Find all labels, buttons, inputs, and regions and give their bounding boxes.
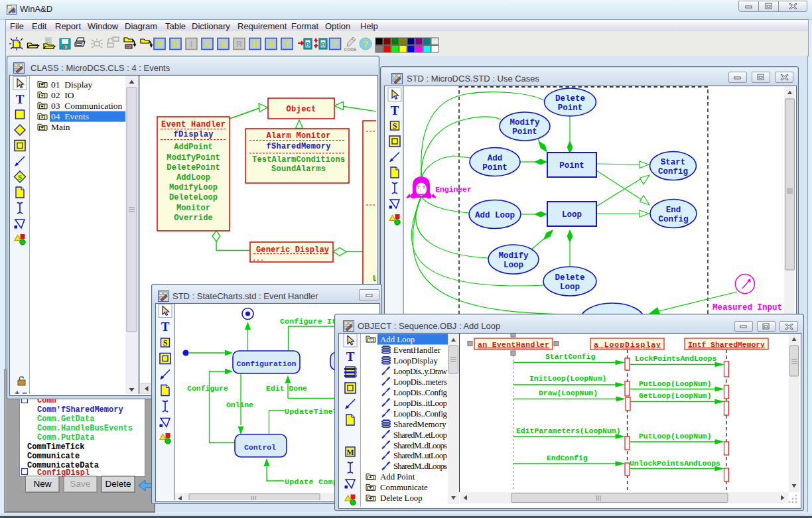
svg-text:LoopDis..meters: LoopDis..meters [393, 377, 447, 387]
svg-text:SharedMemory: SharedMemory [393, 420, 446, 429]
svg-text:S: S [163, 338, 168, 348]
svg-text:Control: Control [244, 443, 276, 452]
svg-text:T: T [285, 40, 290, 49]
svg-text:LoopDis..Config: LoopDis..Config [393, 388, 448, 397]
svg-text:Point: Point [558, 103, 583, 113]
svg-text:Point: Point [559, 161, 584, 170]
svg-text:Draw(LoopNum): Draw(LoopNum) [539, 389, 598, 397]
svg-text:D: D [172, 40, 178, 49]
svg-text:?: ? [332, 40, 337, 49]
svg-text:Comm.GetData: Comm.GetData [37, 415, 94, 424]
svg-text:Configure It: Configure It [280, 317, 336, 326]
svg-text:+: + [369, 495, 372, 501]
svg-text:+: + [369, 474, 372, 480]
svg-text:Add Loop: Add Loop [475, 211, 515, 220]
svg-text:Monitor: Monitor [176, 204, 210, 213]
svg-text:CommTimeTick: CommTimeTick [27, 442, 84, 452]
svg-text:T: T [161, 320, 170, 334]
svg-text:LoopDisplay: LoopDisplay [393, 356, 438, 365]
svg-text:LoopDis..itLoop: LoopDis..itLoop [393, 399, 447, 408]
svg-text:UpdateTimeT: UpdateTimeT [285, 407, 338, 416]
svg-text:Engineer: Engineer [435, 185, 472, 194]
svg-text:01 Display: 01 Display [51, 80, 92, 90]
svg-text:GetLoop(LoopNum): GetLoop(LoopNum) [639, 391, 712, 400]
svg-text:Intf SharedMemory: Intf SharedMemory [688, 340, 765, 349]
svg-text:SharedM..dLoops: SharedM..dLoops [393, 462, 447, 471]
svg-text:PutLoop(LoopNum): PutLoop(LoopNum) [639, 379, 712, 388]
svg-text:N: N [268, 40, 274, 49]
svg-text:Add Loop: Add Loop [380, 335, 415, 344]
svg-text:AddPoint: AddPoint [174, 143, 212, 152]
svg-text:B: B [321, 41, 326, 48]
svg-text:Comm.HandleBusEvents: Comm.HandleBusEvents [37, 424, 133, 433]
svg-text:P: P [157, 40, 162, 49]
svg-text:LoopDis..Config: LoopDis..Config [393, 409, 448, 419]
svg-text:T: T [391, 103, 399, 117]
svg-text:02 IO: 02 IO [51, 90, 74, 100]
svg-text:LockPointsAndLoops: LockPointsAndLoops [635, 354, 716, 363]
svg-text:Loop: Loop [560, 283, 580, 292]
svg-text:T: T [16, 92, 25, 106]
svg-text:Point: Point [512, 127, 537, 137]
svg-text:Update Comp: Update Comp [285, 478, 338, 486]
svg-text:UnlockPointsAndLoops: UnlockPointsAndLoops [630, 459, 720, 468]
svg-text:EndConfig: EndConfig [547, 454, 588, 462]
svg-text:Comm.PutData: Comm.PutData [37, 433, 94, 442]
svg-text:EventHandler: EventHandler [393, 346, 441, 355]
svg-text:Main: Main [51, 122, 70, 132]
svg-text:fSharedMemory: fSharedMemory [267, 142, 331, 151]
svg-text:S: S [220, 40, 226, 49]
svg-text:Delete: Delete [105, 479, 131, 489]
svg-text:TestAlarmConditions: TestAlarmConditions [252, 155, 345, 164]
svg-text:+ −: + − [15, 388, 27, 394]
svg-text:Modify: Modify [509, 118, 540, 127]
svg-text:B: B [306, 41, 310, 48]
svg-text:Event Handler: Event Handler [161, 120, 226, 129]
svg-text:Override: Override [174, 214, 212, 223]
svg-text:Config: Config [658, 215, 688, 224]
svg-text:Communicate: Communicate [27, 452, 80, 461]
svg-text:New: New [33, 479, 51, 489]
svg-text:Generic Display: Generic Display [256, 245, 329, 255]
svg-text:Add Point: Add Point [380, 472, 415, 482]
svg-text:+: + [40, 103, 44, 109]
svg-text:H: H [252, 40, 258, 49]
svg-text:Ur: Ur [373, 275, 376, 284]
svg-text:Point: Point [482, 163, 508, 172]
svg-text:SharedM..dLoops: SharedM..dLoops [393, 441, 447, 450]
svg-text:Object: Object [287, 105, 316, 114]
svg-text:DeletePoint: DeletePoint [167, 163, 220, 172]
svg-text:ModifyLoop: ModifyLoop [169, 183, 218, 192]
svg-text:a LoopDisplay: a LoopDisplay [594, 340, 661, 349]
svg-text:Delete Loop: Delete Loop [380, 493, 423, 503]
svg-text:ModifyPoint: ModifyPoint [167, 153, 220, 162]
svg-text:+: + [40, 125, 44, 131]
svg-text:R: R [236, 40, 242, 49]
svg-text:PutLoop(LoopNum): PutLoop(LoopNum) [639, 432, 712, 440]
svg-text:Comm'fSharedMemory: Comm'fSharedMemory [37, 405, 123, 415]
svg-text:Delete: Delete [555, 273, 584, 283]
svg-text:?: ? [363, 39, 368, 49]
svg-text:Measured Input: Measured Input [712, 303, 782, 312]
svg-text:fDisplay: fDisplay [174, 130, 214, 139]
svg-text:Loop: Loop [562, 210, 582, 220]
svg-text:SharedM..etLoop: SharedM..etLoop [393, 430, 447, 440]
svg-text:Configure: Configure [187, 384, 228, 393]
svg-text:Modify: Modify [498, 251, 529, 261]
svg-text:+: + [40, 93, 44, 99]
svg-text:Communicate: Communicate [380, 483, 428, 492]
svg-text:Config: Config [658, 167, 688, 176]
svg-text:DeleteLoop: DeleteLoop [169, 193, 218, 202]
svg-text:T: T [346, 350, 355, 363]
svg-text:SoundAlarms: SoundAlarms [271, 164, 326, 174]
svg-text:AddLoop: AddLoop [176, 173, 210, 182]
svg-text:Add: Add [488, 154, 503, 163]
svg-text:StartConfig: StartConfig [545, 352, 595, 361]
svg-text:Online: Online [226, 401, 253, 409]
svg-text:Alarm Monitor: Alarm Monitor [267, 131, 331, 141]
svg-text:End: End [666, 206, 681, 215]
svg-text:+: + [40, 82, 44, 88]
svg-text:an EventHandler: an EventHandler [478, 340, 549, 349]
svg-text:...: ... [252, 255, 264, 263]
svg-text:EditParameters(LoopNum): EditParameters(LoopNum) [516, 426, 621, 435]
